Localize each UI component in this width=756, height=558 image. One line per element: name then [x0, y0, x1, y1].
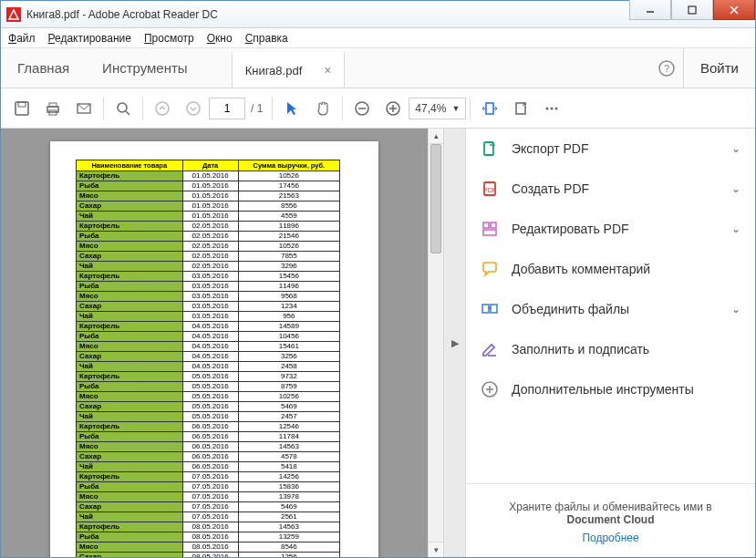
- cell-name: Сахар: [77, 502, 183, 512]
- table-row: Картофель02.05.201611896: [77, 222, 340, 232]
- more-tools-button[interactable]: [536, 93, 567, 124]
- menu-help[interactable]: Справка: [245, 32, 288, 45]
- tab-close-icon[interactable]: ×: [324, 63, 331, 78]
- cell-name: Сахар: [77, 452, 183, 462]
- fit-width-button[interactable]: [474, 93, 505, 124]
- vertical-scrollbar[interactable]: ▴ ▾: [428, 129, 443, 557]
- save-button[interactable]: [6, 93, 37, 124]
- maximize-button[interactable]: [671, 0, 713, 20]
- svg-point-15: [156, 102, 169, 115]
- cell-date: 01.05.2016: [182, 181, 238, 191]
- cell-name: Мясо: [77, 392, 183, 402]
- cell-value: 10256: [238, 392, 339, 402]
- print-icon: [45, 100, 61, 117]
- tool-row[interactable]: Экспорт PDF⌄: [466, 129, 755, 169]
- minimize-icon: [646, 5, 655, 15]
- scroll-down-button[interactable]: ▾: [429, 542, 443, 557]
- cell-date: 05.05.2016: [182, 402, 238, 412]
- zoom-out-button[interactable]: [347, 93, 378, 124]
- cell-value: 2458: [238, 362, 339, 372]
- zoom-select[interactable]: 47,4% ▼: [409, 98, 466, 119]
- tab-document[interactable]: Книга8.pdf ×: [232, 52, 346, 88]
- cell-date: 08.05.2016: [182, 522, 238, 532]
- tool-row[interactable]: Заполнить и подписать: [466, 329, 755, 369]
- menu-window[interactable]: Окно: [207, 32, 233, 45]
- cell-name: Рыба: [77, 332, 183, 342]
- cell-value: 13259: [238, 532, 339, 542]
- cell-date: 07.05.2016: [182, 502, 238, 512]
- table-row: Мясо06.05.201614563: [77, 442, 340, 452]
- svg-point-13: [118, 103, 127, 112]
- help-button[interactable]: ?: [650, 48, 683, 88]
- cell-date: 01.05.2016: [182, 191, 238, 202]
- cell-name: Мясо: [77, 242, 183, 252]
- cell-name: Сахар: [77, 252, 183, 262]
- content-area: Наименование товараДатаСумма выручки, ру…: [1, 129, 755, 557]
- footer-text1: Храните файлы и обменивайтесь ими в: [509, 501, 711, 513]
- tab-home[interactable]: Главная: [1, 48, 86, 88]
- email-button[interactable]: [68, 93, 99, 124]
- cell-value: 15836: [238, 482, 339, 492]
- close-button[interactable]: [713, 0, 755, 20]
- cell-name: Сахар: [77, 553, 183, 558]
- table-row: Мясо03.05.20169568: [77, 292, 340, 302]
- table-row: Чай07.05.20162561: [77, 512, 340, 522]
- search-button[interactable]: [108, 93, 139, 124]
- cell-value: 3296: [238, 262, 339, 272]
- menu-edit[interactable]: Редактирование: [48, 32, 131, 45]
- cell-name: Мясо: [77, 442, 183, 452]
- tool-icon: [481, 300, 499, 318]
- zoom-in-button[interactable]: [378, 93, 409, 124]
- cell-value: 5469: [238, 402, 339, 412]
- cell-date: 05.05.2016: [182, 412, 238, 422]
- menu-file[interactable]: Файл: [8, 32, 36, 45]
- cell-name: Рыба: [77, 432, 183, 442]
- menu-view[interactable]: Просмотр: [144, 32, 194, 45]
- cell-date: 02.05.2016: [182, 232, 238, 242]
- arrow-up-icon: [154, 100, 171, 117]
- print-button[interactable]: [37, 93, 68, 124]
- login-button[interactable]: Войти: [683, 48, 755, 88]
- table-row: Картофель07.05.201614256: [77, 472, 340, 482]
- footer-link[interactable]: Подробнее: [484, 532, 737, 544]
- fit-page-button[interactable]: [505, 93, 536, 124]
- table-row: Рыба02.05.201621546: [77, 232, 340, 242]
- document-scroller[interactable]: Наименование товараДатаСумма выручки, ру…: [1, 129, 428, 557]
- tab-tools[interactable]: Инструменты: [86, 48, 204, 88]
- tabbar: Главная Инструменты Книга8.pdf × ? Войти: [1, 48, 755, 88]
- tool-row[interactable]: PDFСоздать PDF⌄: [466, 169, 755, 209]
- svg-rect-22: [486, 103, 493, 114]
- minimize-button[interactable]: [629, 0, 671, 20]
- svg-point-16: [187, 102, 200, 115]
- cell-value: 4578: [238, 452, 339, 462]
- cell-value: 10456: [238, 332, 339, 342]
- scroll-thumb[interactable]: [430, 144, 441, 253]
- cell-value: 8759: [238, 382, 339, 392]
- cell-date: 03.05.2016: [182, 282, 238, 292]
- tool-row[interactable]: Дополнительные инструменты: [466, 369, 755, 409]
- table-row: Картофель04.05.201614589: [77, 322, 340, 332]
- tool-icon: [481, 140, 499, 158]
- cell-name: Картофель: [77, 372, 183, 382]
- cell-value: 10526: [238, 171, 339, 181]
- cell-value: 956: [238, 312, 339, 322]
- prev-page-button[interactable]: [147, 93, 178, 124]
- cell-date: 01.05.2016: [182, 171, 238, 181]
- chevron-down-icon: ⌄: [731, 182, 740, 195]
- cell-name: Сахар: [77, 402, 183, 412]
- cell-value: 1256: [238, 553, 339, 558]
- sidepanel-toggle[interactable]: ▶: [443, 129, 465, 557]
- tool-row[interactable]: Добавить комментарий: [466, 249, 755, 289]
- cell-date: 08.05.2016: [182, 553, 238, 558]
- next-page-button[interactable]: [178, 93, 209, 124]
- hand-tool-button[interactable]: [307, 93, 338, 124]
- page-number-input[interactable]: [209, 98, 245, 119]
- tool-row[interactable]: Объединить файлы⌄: [466, 289, 755, 329]
- select-tool-button[interactable]: [276, 93, 307, 124]
- cell-value: 14563: [238, 522, 339, 532]
- svg-rect-27: [484, 142, 493, 155]
- tool-label: Экспорт PDF: [512, 141, 589, 156]
- scroll-up-button[interactable]: ▴: [429, 129, 443, 144]
- cell-value: 14256: [238, 472, 339, 482]
- tool-row[interactable]: Редактировать PDF⌄: [466, 209, 755, 249]
